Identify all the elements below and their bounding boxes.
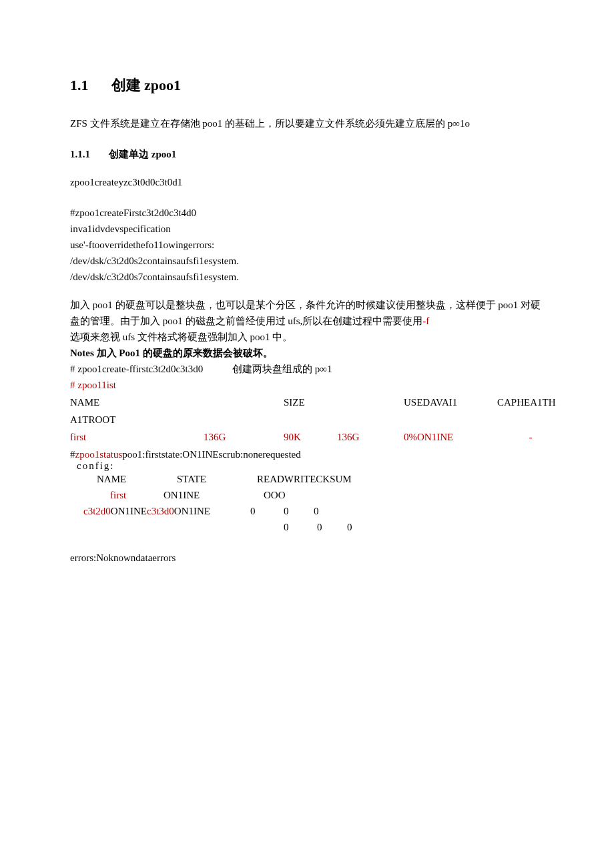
zero: 0 — [306, 519, 333, 535]
error-line: #zpoo1createFirstc3t2d0c3t4d0 — [70, 205, 547, 221]
dev-1-state: ON1INE — [111, 506, 147, 516]
status-row-1: first ON1INE OOO — [97, 487, 547, 503]
col-size: SIZE — [284, 394, 337, 410]
status-rest: poo1:firststate:ON1INEscrub:nonerequeste… — [122, 449, 300, 460]
pool-state: ON1INE — [164, 487, 257, 503]
hash: # — [70, 449, 75, 460]
col-caphealth: CAPHEA1TH — [497, 394, 564, 410]
dash-f-option: -f — [422, 316, 429, 326]
zero: 0 — [266, 519, 306, 535]
col-usedavail: USEDAVAI1 — [404, 394, 497, 410]
col-spacer — [337, 394, 404, 410]
explain-text: 加入 poo1 的硬盘可以是整块盘，也可以是某个分区，条件允许的时候建议使用整块… — [70, 300, 541, 326]
heading-1-title: 创建 zpoo1 — [111, 77, 182, 93]
error-line: /dev/dsk/c3t2d0s7containsaufsfi1esystem. — [70, 269, 547, 285]
status-cmd: zpoo1status — [75, 449, 123, 460]
zero: 0 — [233, 503, 273, 519]
intro-paragraph: ZFS 文件系统是建立在存储池 poo1 的基础上，所以要建立文件系统必须先建立… — [70, 115, 547, 131]
dev-1: c3t2d0 — [83, 506, 111, 516]
explain-paragraph: 选项来忽视 ufs 文件格式将硬盘强制加入 poo1 中。 — [70, 329, 547, 345]
cmd-comment: 创建两块盘组成的 p∞1 — [232, 364, 332, 374]
explain-paragraph: 加入 poo1 的硬盘可以是整块盘，也可以是某个分区，条件允许的时候建议使用整块… — [70, 297, 547, 329]
dev-2-state: ON1INE — [174, 506, 210, 516]
list-data-row: first 136G 90K 136G 0%ON1INE - — [70, 429, 547, 445]
col-name: NAME — [97, 471, 177, 487]
heading-1-number: 1.1 — [70, 77, 89, 93]
error-line: inva1idvdevspecification — [70, 221, 547, 237]
command-2: # zpoo1create-ffirstc3t2d0c3t3d0 创建两块盘组成… — [70, 361, 547, 377]
cell-name: first — [70, 429, 204, 445]
status-cmd-line: #zpoo1statuspoo1:firststate:ON1INEscrub:… — [70, 449, 547, 460]
cmd-text: # zpoo1create-ffirstc3t2d0c3t3d0 — [70, 364, 203, 374]
errors-line: errors:Noknowndataerrors — [70, 550, 547, 566]
col-state: STATE — [177, 471, 257, 487]
error-line: /dev/dsk/c3t2d0s2containsaufsfi1esystem. — [70, 253, 547, 269]
altroot-line: A1TROOT — [70, 412, 547, 428]
heading-1: 1.1创建 zpoo1 — [70, 73, 547, 97]
heading-2-number: 1.1.1 — [70, 149, 90, 159]
heading-2-title: 创建单边 zpoo1 — [109, 149, 176, 159]
status-row-devs: c3t2d0ON1INEc3t3d0ON1INE 000 — [83, 503, 547, 519]
note-line: Notes 加入 Poo1 的硬盘的原来数据会被破坏。 — [70, 345, 547, 361]
cell-avail: 136G — [337, 429, 404, 445]
status-row-zeros: 000 — [83, 519, 547, 535]
col-spacer — [204, 394, 284, 410]
heading-2: 1.1.1创建单边 zpoo1 — [70, 146, 547, 162]
cell-health: - — [497, 429, 564, 445]
list-header-row: NAME SIZE USEDAVAI1 CAPHEA1TH — [70, 394, 547, 410]
error-line: use'-ftooverridethefo11owingerrors: — [70, 237, 547, 253]
command-1: zpoo1createyzc3t0d0c3t0d1 — [70, 174, 547, 190]
col-name: NAME — [70, 394, 204, 410]
command-3: # zpoo11ist — [70, 377, 547, 393]
status-header-row: NAME STATE READWRITECKSUM — [97, 471, 547, 487]
error-block: #zpoo1createFirstc3t2d0c3t4d0 inva1idvde… — [70, 205, 547, 285]
col-rwck: READWRITECKSUM — [257, 471, 377, 487]
cell-size-total: 136G — [204, 429, 284, 445]
cell-cap: 0%ON1INE — [404, 429, 497, 445]
document-page: 1.1创建 zpoo1 ZFS 文件系统是建立在存储池 poo1 的基础上，所以… — [0, 0, 614, 868]
zero: 0 — [273, 503, 300, 519]
config-label: config: — [77, 460, 547, 472]
zero: 0 — [333, 519, 366, 535]
pool-rwck: OOO — [264, 487, 297, 503]
dev-2: c3t3d0 — [147, 506, 174, 516]
cell-used: 90K — [284, 429, 337, 445]
zero: 0 — [300, 503, 333, 519]
